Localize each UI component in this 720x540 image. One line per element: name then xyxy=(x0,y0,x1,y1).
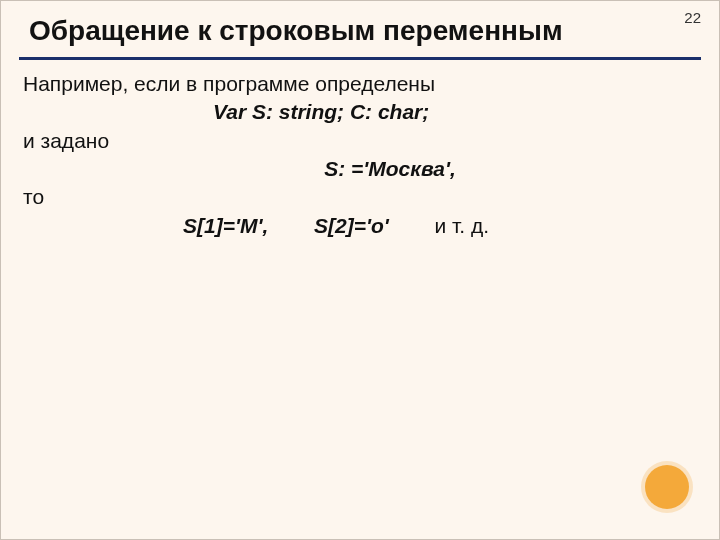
code-text: Var S: string; C: char; xyxy=(213,100,429,123)
page-number: 22 xyxy=(684,9,701,26)
code-line-assign: S: ='Москва', xyxy=(23,155,697,183)
slide-title: Обращение к строковым переменным xyxy=(29,15,699,53)
text-line: Например, если в программе определены xyxy=(23,70,697,98)
slide-body: Например, если в программе определены Va… xyxy=(23,70,697,240)
code-text: S[2]='о' xyxy=(314,214,389,237)
code-line-index: S[1]='М', S[2]='о' и т. д. xyxy=(23,212,697,240)
code-text: S[1]='М', xyxy=(183,214,268,237)
decorative-circle-icon xyxy=(645,465,689,509)
slide: 22 Обращение к строковым переменным Напр… xyxy=(0,0,720,540)
text-tail: и т. д. xyxy=(434,214,489,237)
text-line: то xyxy=(23,183,697,211)
text-line: и задано xyxy=(23,127,697,155)
code-line-var: Var S: string; C: char; xyxy=(23,98,697,126)
code-text: S: ='Москва', xyxy=(324,157,456,180)
title-underline xyxy=(19,57,701,60)
